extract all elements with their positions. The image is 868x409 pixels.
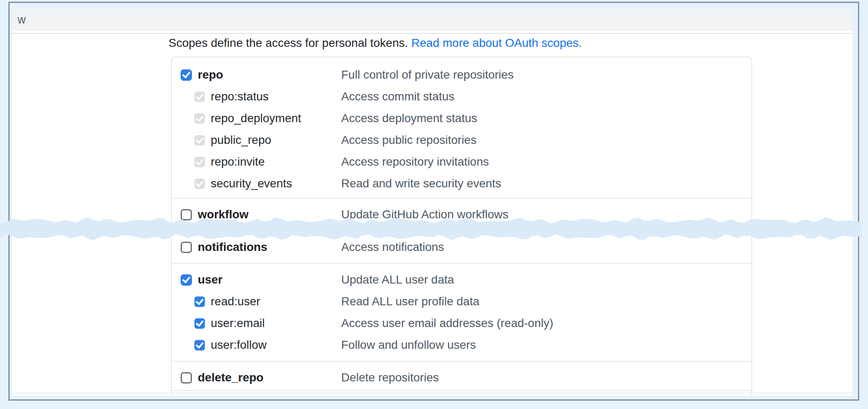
scope-description: Delete repositories: [341, 371, 439, 384]
scope-description: Access commit status: [341, 90, 454, 103]
scope-description: Access user email addresses (read-only): [341, 317, 553, 330]
read-user-checkbox[interactable]: [194, 297, 205, 307]
scope-description: Read and write security events: [341, 177, 501, 190]
scope-description: Access deployment status: [341, 112, 477, 125]
scope-row-public-repo: public_repoAccess public repositories: [172, 129, 751, 151]
scope-row-repo-status: repo:statusAccess commit status: [172, 86, 751, 107]
scope-label[interactable]: notifications: [198, 240, 267, 254]
scope-label[interactable]: user:email: [211, 317, 265, 330]
user-checkbox[interactable]: [181, 274, 192, 286]
scope-row-user: userUpdate ALL user data: [172, 269, 751, 291]
scope-description: Access repository invitations: [341, 155, 489, 169]
scope-label: repo:status: [211, 90, 269, 103]
repo-status-checkbox: [194, 92, 205, 102]
user-follow-checkbox[interactable]: [194, 340, 205, 350]
scope-row-notifications: notificationsAccess notifications: [172, 236, 751, 258]
public-repo-checkbox: [194, 135, 205, 146]
scope-row-security-events: security_eventsRead and write security e…: [172, 173, 751, 194]
scope-label[interactable]: delete_repo: [198, 371, 263, 384]
scope-description: Access notifications: [341, 240, 444, 254]
scope-description: Follow and unfollow users: [341, 338, 476, 352]
scope-label: security_events: [211, 177, 292, 190]
scope-section: notificationsAccess notifications: [172, 230, 751, 263]
page: Scopes define the access for personal to…: [0, 0, 868, 409]
scope-label[interactable]: user:follow: [211, 338, 267, 352]
content-bottom-divider: [12, 393, 853, 394]
oauth-scopes-link[interactable]: Read more about OAuth scopes.: [411, 36, 582, 49]
scope-row-workflow: workflowUpdate GitHub Action workflows: [172, 204, 751, 225]
scope-section: workflowUpdate GitHub Action workflows: [172, 198, 751, 230]
scope-description: Update GitHub Action workflows: [341, 208, 508, 221]
scope-row-read-user: read:userRead ALL user profile data: [172, 291, 751, 312]
scopes-intro-text: Scopes define the access for personal to…: [168, 36, 408, 49]
scope-label: public_repo: [211, 133, 271, 147]
scope-section: userUpdate ALL user dataread:userRead AL…: [172, 263, 751, 361]
scope-label[interactable]: read:user: [211, 295, 260, 308]
notifications-checkbox[interactable]: [181, 242, 192, 253]
scopes-intro: Scopes define the access for personal to…: [168, 36, 582, 50]
scope-label[interactable]: workflow: [198, 208, 248, 221]
toolbar-divider: [12, 33, 853, 34]
scope-row-repo-deployment: repo_deploymentAccess deployment status: [172, 107, 751, 129]
scope-label: repo_deployment: [211, 112, 301, 125]
browser-window: Scopes define the access for personal to…: [8, 2, 859, 401]
scope-label: repo:invite: [211, 155, 265, 169]
scope-description: Read ALL user profile data: [341, 295, 480, 308]
user-email-checkbox[interactable]: [194, 318, 205, 329]
window-content: Scopes define the access for personal to…: [12, 9, 853, 396]
scope-row-user-email: user:emailAccess user email addresses (r…: [172, 312, 751, 334]
security-events-checkbox: [194, 179, 205, 189]
scope-description: Update ALL user data: [341, 273, 454, 286]
scope-section: delete_repoDelete repositories: [172, 361, 751, 390]
scope-description: Full control of private repositories: [341, 68, 513, 82]
repo-deployment-checkbox: [194, 113, 205, 124]
delete-repo-checkbox[interactable]: [181, 372, 192, 383]
scope-label[interactable]: repo: [198, 68, 223, 82]
scope-description: Access public repositories: [341, 133, 477, 147]
scope-row-delete-repo: delete_repoDelete repositories: [172, 367, 751, 389]
scopes-box: repoFull control of private repositories…: [171, 56, 752, 396]
address-bar-container: [12, 9, 853, 31]
scope-label[interactable]: user: [198, 273, 222, 286]
scope-section: repoFull control of private repositories…: [172, 57, 751, 198]
workflow-checkbox[interactable]: [181, 209, 192, 220]
repo-checkbox[interactable]: [181, 69, 192, 81]
scope-row-repo-invite: repo:inviteAccess repository invitations: [172, 151, 751, 173]
repo-invite-checkbox: [194, 157, 205, 167]
scope-row-repo: repoFull control of private repositories: [172, 64, 751, 86]
address-bar[interactable]: [12, 9, 600, 31]
scope-row-user-follow: user:followFollow and unfollow users: [172, 334, 751, 356]
